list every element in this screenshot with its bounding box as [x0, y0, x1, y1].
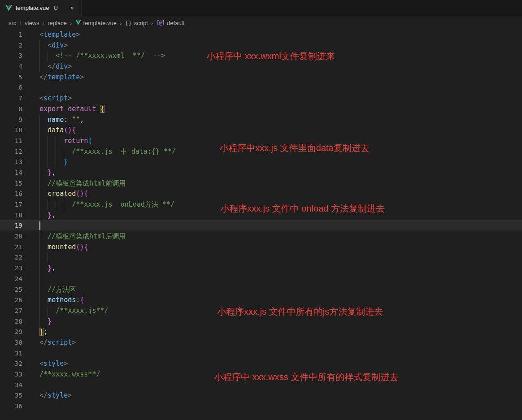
code-line[interactable]: 14 }, [0, 168, 522, 178]
line-number[interactable]: 30 [0, 338, 22, 348]
code-line[interactable]: 28 } [0, 316, 522, 327]
line-number[interactable]: 19 [0, 221, 22, 231]
code-line[interactable]: 36 [0, 401, 522, 412]
code-line[interactable]: 2 <div> [0, 40, 522, 51]
breadcrumb-item-script[interactable]: {}script [125, 20, 148, 26]
line-number[interactable]: 1 [0, 30, 22, 40]
indent-spaces [39, 243, 48, 251]
line-content: //模板渲染成html后调用 [39, 231, 522, 242]
code-line[interactable]: 33/**xxxx.wxss**/ [0, 369, 522, 380]
line-content: /**xxxx.wxss**/ [39, 369, 522, 380]
line-number[interactable]: 28 [0, 316, 22, 327]
code-line[interactable]: 8export default { [0, 104, 522, 115]
code-line[interactable]: 32<style> [0, 359, 522, 369]
line-number[interactable]: 21 [0, 242, 22, 253]
line-number[interactable]: 8 [0, 104, 22, 115]
code-line[interactable]: 17 /**xxxx.js onLoad方法 **/ [0, 199, 522, 210]
code-line[interactable]: 20 //模板渲染成html后调用 [0, 231, 522, 242]
indent-guide [48, 157, 48, 168]
code-line[interactable]: 35</style> [0, 390, 522, 401]
line-number[interactable]: 5 [0, 72, 22, 83]
code-line[interactable]: 22 [0, 252, 522, 263]
code-token: > [68, 94, 72, 102]
code-line[interactable]: 26 methods:{ [0, 295, 522, 306]
code-line[interactable]: 12 /**xxxx.js 中 data:{} **/ [0, 147, 522, 157]
code-line[interactable]: 25 //方法区 [0, 285, 522, 295]
code-line[interactable]: 11 return{ [0, 136, 522, 147]
line-number[interactable]: 36 [0, 401, 22, 412]
tab-title: template.vue [16, 4, 49, 11]
code-line[interactable]: 29}; [0, 327, 522, 338]
line-number[interactable]: 20 [0, 231, 22, 242]
breadcrumb-item-replace[interactable]: replace [48, 20, 67, 26]
indent-spaces [39, 179, 48, 187]
line-number[interactable]: 6 [0, 82, 22, 93]
code-line[interactable]: 34 [0, 380, 522, 391]
breadcrumb-item-views[interactable]: views [25, 20, 39, 26]
line-number[interactable]: 12 [0, 147, 22, 157]
code-line[interactable]: 9 name: "", [0, 115, 522, 126]
code-line[interactable]: 13 } [0, 157, 522, 168]
code-token: < [39, 30, 44, 39]
code-line[interactable]: 24 [0, 274, 522, 285]
code-line[interactable]: 31 [0, 348, 522, 359]
code-line[interactable]: 30</script> [0, 338, 522, 348]
line-number[interactable]: 16 [0, 189, 22, 199]
code-line[interactable]: 4 </div> [0, 61, 522, 72]
line-number[interactable]: 33 [0, 369, 22, 380]
line-number[interactable]: 2 [0, 40, 22, 51]
indent-spaces [39, 264, 48, 272]
code-line[interactable]: 5</template> [0, 72, 522, 83]
code-line[interactable]: 23 }, [0, 263, 522, 274]
line-number[interactable]: 34 [0, 380, 22, 391]
code-line[interactable]: 19 [0, 221, 522, 231]
code-line[interactable]: 6 [0, 82, 522, 93]
line-number[interactable]: 17 [0, 199, 22, 210]
line-number[interactable]: 25 [0, 285, 22, 295]
line-number[interactable]: 14 [0, 168, 22, 178]
line-number[interactable]: 11 [0, 136, 22, 147]
code-token: mounted [48, 243, 76, 251]
breadcrumb-item-src[interactable]: src [9, 20, 16, 26]
line-content: }, [39, 168, 522, 178]
line-number[interactable]: 15 [0, 178, 22, 189]
code-line[interactable]: 16 created(){ [0, 189, 522, 199]
breadcrumb-item-default[interactable]: [@]default [156, 20, 184, 26]
code-line[interactable]: 10 data(){ [0, 125, 522, 136]
line-number[interactable]: 23 [0, 263, 22, 274]
indent-guide [39, 157, 40, 168]
line-number[interactable]: 24 [0, 274, 22, 285]
line-number[interactable]: 13 [0, 157, 22, 168]
line-number[interactable]: 26 [0, 295, 22, 306]
code-line[interactable]: 18 }, [0, 210, 522, 221]
code-token: > [64, 41, 68, 49]
code-line[interactable]: 21 mounted(){ [0, 242, 522, 253]
line-content [39, 252, 522, 263]
line-number[interactable]: 22 [0, 252, 22, 263]
indent-guide [48, 51, 48, 61]
line-number[interactable]: 35 [0, 390, 22, 401]
code-line[interactable]: 7<script> [0, 93, 522, 104]
line-number[interactable]: 4 [0, 61, 22, 72]
line-number[interactable]: 3 [0, 51, 22, 61]
line-number[interactable]: 7 [0, 93, 22, 104]
text-cursor [39, 221, 40, 230]
line-number[interactable]: 18 [0, 210, 22, 221]
line-content: return{ [39, 136, 522, 147]
line-number[interactable]: 10 [0, 125, 22, 136]
breadcrumb-item-template-vue[interactable]: template.vue [75, 20, 117, 26]
tab-template-vue[interactable]: template.vue U × [0, 0, 82, 16]
code-line[interactable]: 27 /**xxxx.js**/ [0, 306, 522, 316]
code-line[interactable]: 3 <!-- /**xxxx.wxml **/ --> [0, 51, 522, 61]
line-number[interactable]: 9 [0, 115, 22, 126]
line-number[interactable]: 32 [0, 359, 22, 369]
code-token: > [76, 30, 80, 39]
line-number[interactable]: 27 [0, 306, 22, 316]
git-status-badge: U [53, 4, 57, 11]
line-number[interactable]: 31 [0, 348, 22, 359]
line-content: }, [39, 263, 522, 274]
close-icon[interactable]: × [68, 4, 77, 13]
line-number[interactable]: 29 [0, 327, 22, 338]
code-line[interactable]: 15 //模板渲染成html前调用 [0, 178, 522, 189]
code-line[interactable]: 1<template> [0, 30, 522, 40]
